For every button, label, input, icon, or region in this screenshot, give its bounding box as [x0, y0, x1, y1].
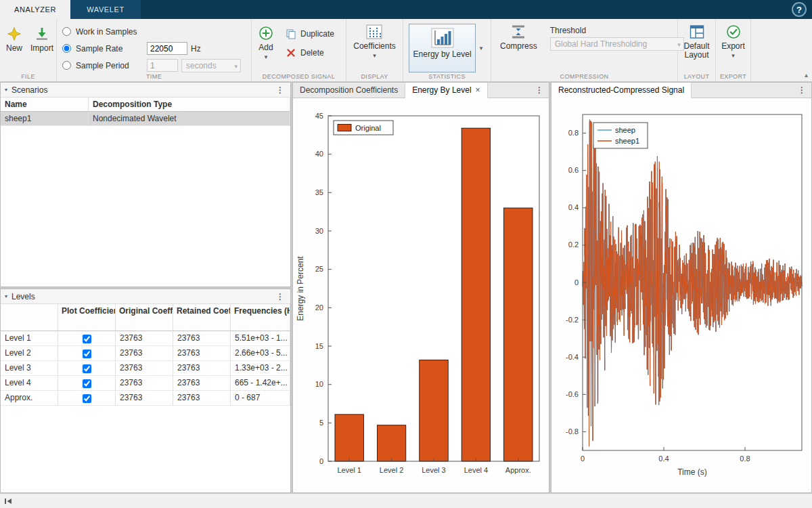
- scenario-row-sheep1[interactable]: sheep1 Nondecimated Wavelet: [1, 112, 290, 126]
- plot-checkbox[interactable]: [83, 364, 91, 373]
- level-name: Level 3: [1, 361, 58, 376]
- original-coefficients: 23763: [116, 346, 173, 361]
- section-label-display: DISPLAY: [346, 73, 403, 80]
- statusbar: [0, 493, 812, 508]
- energy-bar-chart: 051015202530354045Level 1Level 2Level 3L…: [293, 98, 549, 492]
- plot-checkbox[interactable]: [83, 335, 91, 343]
- level-name: Approx.: [1, 391, 58, 406]
- levels-col-blank: [1, 304, 58, 331]
- sample-rate-radio-input[interactable]: [62, 44, 71, 53]
- frequencies: 0 - 687: [231, 391, 290, 406]
- svg-text:sheep1: sheep1: [615, 137, 639, 145]
- compress-button[interactable]: Compress: [497, 19, 541, 52]
- svg-text:sheep: sheep: [615, 126, 635, 134]
- restore-panel-icon[interactable]: [4, 497, 12, 505]
- svg-text:25: 25: [315, 265, 323, 273]
- svg-text:0.6: 0.6: [568, 166, 579, 174]
- levels-row-3[interactable]: Level 3 23763 23763 1.33e+03 - 2...: [1, 361, 290, 376]
- help-button[interactable]: ?: [792, 2, 807, 17]
- center-tabbar: Decomposition Coefficients Energy By Lev…: [293, 83, 549, 98]
- original-coefficients: 23763: [116, 361, 173, 376]
- scenarios-panel-header: ▾ Scenarios ⋮: [1, 83, 290, 98]
- caret-down-icon: ▾: [234, 63, 238, 70]
- svg-text:5: 5: [319, 419, 323, 427]
- scenarios-table-header: Name Decomposition Type: [1, 98, 290, 112]
- scenarios-col-type: Decomposition Type: [89, 98, 290, 112]
- scenarios-menu-icon[interactable]: ⋮: [274, 85, 286, 95]
- plot-checkbox-cell: [58, 376, 116, 391]
- work-in-samples-radio-input[interactable]: [62, 27, 71, 36]
- new-button[interactable]: New: [3, 21, 26, 54]
- coefficients-button[interactable]: Coefficients ▾: [350, 19, 399, 60]
- original-coefficients: 23763: [116, 391, 173, 406]
- statistics-caret[interactable]: ▾: [476, 24, 487, 72]
- toolstrip-section-layout: Default Layout LAYOUT: [678, 19, 716, 81]
- coefficients-caret-icon: ▾: [373, 53, 376, 59]
- sample-rate-radio[interactable]: Sample Rate: [62, 44, 143, 54]
- duplicate-button[interactable]: Duplicate: [281, 26, 338, 42]
- plot-checkbox[interactable]: [83, 394, 91, 403]
- levels-collapse-icon[interactable]: ▾: [5, 293, 7, 299]
- delete-icon: [286, 47, 296, 58]
- svg-text:Original: Original: [355, 124, 381, 132]
- tab-energy-by-level[interactable]: Energy By Level ×: [405, 83, 487, 98]
- default-layout-button[interactable]: Default Layout: [678, 19, 715, 61]
- sample-rate-input[interactable]: [147, 42, 187, 55]
- work-in-samples-radio[interactable]: Work in Samples: [62, 27, 143, 37]
- center-tabbar-menu-icon[interactable]: ⋮: [530, 83, 549, 98]
- close-tab-icon[interactable]: ×: [476, 85, 480, 95]
- levels-menu-icon[interactable]: ⋮: [274, 292, 286, 301]
- original-coefficients: 23763: [116, 331, 173, 346]
- levels-col-frequencies: Frequencies (Hz): [231, 304, 290, 331]
- svg-text:0: 0: [574, 278, 579, 287]
- sample-period-unit-select: seconds ▾: [181, 59, 241, 72]
- svg-text:45: 45: [315, 112, 323, 120]
- duplicate-label: Duplicate: [300, 29, 334, 39]
- wavelet-analyzer-app: ANALYZER WAVELET ? New Import: [0, 0, 812, 508]
- threshold-select: Global Hard Thresholding ▾: [550, 37, 684, 51]
- svg-text:10: 10: [315, 380, 323, 388]
- tab-analyzer[interactable]: ANALYZER: [0, 0, 70, 19]
- frequencies: 1.33e+03 - 2...: [231, 361, 290, 376]
- collapse-toolstrip-button[interactable]: ▴: [805, 71, 808, 79]
- levels-row-4[interactable]: Level 4 23763 23763 665 - 1.42e+...: [1, 376, 290, 391]
- svg-text:Level 4: Level 4: [464, 466, 488, 474]
- levels-row-1[interactable]: Level 1 23763 23763 5.51e+03 - 1...: [1, 331, 290, 346]
- compress-label: Compress: [500, 42, 537, 51]
- toolstrip-section-decomposed-signal: Add ▾ Duplicate Delete: [252, 19, 346, 81]
- svg-text:Approx.: Approx.: [505, 466, 531, 474]
- default-layout-icon: [689, 24, 705, 40]
- levels-row-approx[interactable]: Approx. 23763 23763 0 - 687: [1, 391, 290, 406]
- add-label: Add: [258, 43, 273, 52]
- right-tabbar-menu-icon[interactable]: ⋮: [792, 83, 811, 98]
- import-button[interactable]: Import: [27, 21, 57, 54]
- sample-period-radio[interactable]: Sample Period: [62, 61, 143, 70]
- svg-text:35: 35: [315, 188, 323, 196]
- tab-decomposition-coefficients[interactable]: Decomposition Coefficients: [293, 83, 405, 98]
- frequencies: 2.66e+03 - 5...: [231, 346, 290, 361]
- add-button[interactable]: Add ▾: [254, 20, 277, 62]
- frequencies: 665 - 1.42e+...: [231, 376, 290, 391]
- section-label-time: TIME: [57, 73, 251, 80]
- plot-checkbox[interactable]: [83, 350, 91, 358]
- export-icon: [725, 24, 742, 40]
- export-button[interactable]: Export ▾: [718, 19, 748, 60]
- sample-period-radio-input[interactable]: [62, 61, 71, 70]
- toolstrip-section-time: Work in Samples Sample Rate Hz Sample Pe…: [57, 19, 252, 81]
- retained-coefficients: 23763: [173, 346, 231, 361]
- tab-wavelet[interactable]: WAVELET: [70, 0, 141, 19]
- levels-row-2[interactable]: Level 2 23763 23763 2.66e+03 - 5...: [1, 346, 290, 361]
- tab-reconstructed-compressed-signal[interactable]: Reconstructed-Compressed Signal: [551, 83, 692, 98]
- svg-text:Level 3: Level 3: [422, 466, 445, 474]
- svg-text:Level 2: Level 2: [380, 466, 403, 474]
- delete-button[interactable]: Delete: [281, 45, 338, 61]
- svg-text:-0.6: -0.6: [566, 390, 579, 398]
- scenarios-collapse-icon[interactable]: ▾: [5, 87, 7, 93]
- main-area: ▾ Scenarios ⋮ Name Decomposition Type sh…: [0, 82, 812, 493]
- plot-checkbox[interactable]: [83, 379, 91, 388]
- plot-checkbox-cell: [58, 346, 116, 361]
- section-label-decomposed-signal: DECOMPOSED SIGNAL: [252, 73, 346, 80]
- svg-text:0.8: 0.8: [568, 129, 579, 137]
- titlebar: ANALYZER WAVELET ?: [0, 0, 812, 19]
- energy-by-level-button[interactable]: Energy by Level: [409, 24, 476, 72]
